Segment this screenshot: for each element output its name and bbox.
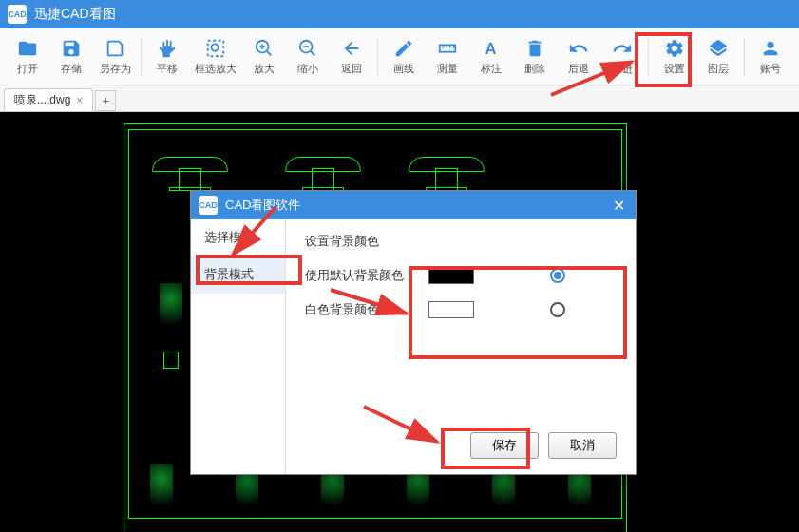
undo-icon [567,37,590,60]
sidebar-item-bg-mode[interactable]: 背景模式 [191,256,285,294]
cad-object [143,139,238,191]
option-default-bg: 使用默认背景颜色 [305,267,617,284]
pencil-icon [392,37,415,60]
redo-icon [611,37,634,60]
redo-button[interactable]: 前进 [600,30,644,84]
main-toolbar: 打开 存储 另存为 平移 框选放大 放大 缩小 返回 画线 测量 A标注 删除 … [0,28,799,86]
zoom-back-button[interactable]: 返回 [330,30,373,84]
separator [377,38,378,76]
separator [141,38,142,76]
settings-button[interactable]: 设置 [653,30,696,84]
titlebar: CAD 迅捷CAD看图 [0,0,799,28]
zoom-in-button[interactable]: 放大 [242,30,286,84]
zoom-in-icon [253,37,276,60]
svg-text:A: A [485,40,497,57]
account-button[interactable]: 账号 [749,30,792,84]
save-icon [60,37,83,60]
cad-object [276,139,371,191]
zoom-box-button[interactable]: 框选放大 [189,30,242,84]
save-button[interactable]: 存储 [49,30,93,84]
dialog-app-icon: CAD [199,196,218,215]
dialog-content: 设置背景颜色 使用默认背景颜色 白色背景颜色 保存 取消 [286,219,636,474]
open-button[interactable]: 打开 [6,30,49,84]
pan-button[interactable]: 平移 [145,30,189,84]
undo-button[interactable]: 后退 [557,30,600,84]
layers-icon [707,37,730,60]
ruler-icon [436,37,459,60]
dialog-close-button[interactable]: ✕ [609,196,628,215]
zoom-out-button[interactable]: 缩小 [286,30,330,84]
dialog-title: CAD看图软件 [225,197,601,214]
zoom-box-icon [204,37,227,60]
svg-point-1 [211,44,218,50]
user-icon [759,37,782,60]
dialog-sidebar: 选择模式 背景模式 [191,219,286,474]
layers-button[interactable]: 图层 [696,30,740,84]
tab-bar: 喷泉....dwg × + [0,86,799,112]
sidebar-item-select-mode[interactable]: 选择模式 [191,219,285,256]
cancel-dialog-button[interactable]: 取消 [548,432,617,459]
settings-dialog: CAD CAD看图软件 ✕ 选择模式 背景模式 设置背景颜色 使用默认背景颜色 … [190,190,637,475]
cad-object [143,464,181,532]
color-swatch-white [428,301,474,318]
annotate-button[interactable]: A标注 [469,30,513,84]
back-arrow-icon [340,37,363,60]
app-title: 迅捷CAD看图 [34,6,116,23]
app-icon: CAD [8,5,27,24]
cad-object [399,139,494,191]
radio-white-bg[interactable] [550,302,565,317]
color-swatch-black [428,267,474,284]
hand-icon [156,37,179,60]
dialog-heading: 设置背景颜色 [305,233,617,250]
file-tab-label: 喷泉....dwg [14,92,70,108]
save-as-button[interactable]: 另存为 [93,30,137,84]
zoom-out-icon [296,37,319,60]
dialog-titlebar: CAD CAD看图软件 ✕ [191,191,636,219]
svg-rect-0 [208,41,224,57]
folder-icon [16,37,39,60]
draw-line-button[interactable]: 画线 [382,30,426,84]
radio-default-bg[interactable] [550,268,565,283]
option-white-bg: 白色背景颜色 [305,301,617,318]
text-icon: A [480,37,503,60]
save-dialog-button[interactable]: 保存 [470,432,539,459]
separator [744,38,745,76]
measure-button[interactable]: 测量 [426,30,469,84]
close-tab-icon[interactable]: × [76,94,83,107]
trash-icon [523,37,546,60]
delete-button[interactable]: 删除 [513,30,557,84]
cad-object [152,283,190,369]
separator [648,38,649,76]
svg-rect-4 [440,45,456,51]
file-tab[interactable]: 喷泉....dwg × [4,88,93,111]
add-tab-button[interactable]: + [95,90,116,111]
gear-icon [663,37,686,60]
save-as-icon [104,37,126,60]
